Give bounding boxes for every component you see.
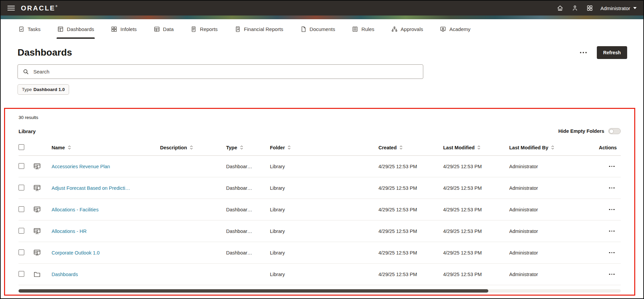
- table-row: DashboardsLibrary4/29/25 12:53 PM4/29/25…: [19, 264, 621, 285]
- column-header-name[interactable]: Name: [52, 145, 160, 150]
- home-icon[interactable]: [556, 4, 564, 12]
- row-actions-cell: [599, 185, 621, 191]
- app-window: { "topbar": { "brand": "ORACLE", "regist…: [0, 0, 644, 299]
- row-created: 4/29/25 12:53 PM: [378, 164, 443, 169]
- column-label: Name: [52, 145, 65, 150]
- row-actions-button[interactable]: [608, 206, 616, 213]
- filter-chip[interactable]: Type Dashboard 1.0: [18, 84, 69, 95]
- select-all-checkbox[interactable]: [19, 144, 24, 150]
- more-actions-button[interactable]: [579, 49, 587, 56]
- row-actions-button[interactable]: [608, 271, 616, 278]
- row-last-modified: 4/29/25 12:53 PM: [443, 207, 509, 212]
- row-name-link[interactable]: Adjust Forecast Based on Predicti…: [52, 185, 130, 191]
- tab-academy[interactable]: Academy: [439, 19, 471, 39]
- tab-label: Infolets: [120, 26, 136, 32]
- row-folder: Library: [270, 250, 378, 256]
- row-name-link[interactable]: Dashboards: [52, 272, 78, 277]
- row-checkbox[interactable]: [19, 206, 24, 212]
- row-last-modified: 4/29/25 12:53 PM: [443, 250, 509, 256]
- row-name-link[interactable]: Accessories Revenue Plan: [52, 164, 110, 169]
- sort-icon: [399, 145, 403, 150]
- tab-approvals[interactable]: Approvals: [391, 19, 424, 39]
- tab-financial-reports[interactable]: Financial Reports: [234, 19, 284, 39]
- table-row: Allocations - FacilitiesDashboar…Library…: [19, 199, 621, 220]
- row-last-modified: 4/29/25 12:53 PM: [443, 272, 509, 277]
- row-actions-button[interactable]: [608, 163, 616, 170]
- menu-button[interactable]: [7, 6, 15, 10]
- tab-rules[interactable]: Rules: [351, 19, 375, 39]
- row-last-modified-by: Administrator: [509, 250, 599, 256]
- folder-icon: [33, 271, 52, 278]
- row-last-modified-by: Administrator: [509, 185, 599, 191]
- tab-documents[interactable]: Documents: [300, 19, 336, 39]
- horizontal-scrollbar[interactable]: [19, 289, 621, 293]
- column-header-last-modified-by[interactable]: Last Modified By: [509, 145, 599, 150]
- column-header-last-modified[interactable]: Last Modified: [443, 145, 509, 150]
- dashboard-icon: [33, 249, 52, 257]
- row-created: 4/29/25 12:53 PM: [378, 229, 443, 234]
- row-checkbox[interactable]: [19, 185, 24, 190]
- row-actions-button[interactable]: [608, 228, 616, 235]
- approvals-icon: [391, 26, 398, 32]
- dashboard-icon: [33, 206, 52, 213]
- row-name-link[interactable]: Allocations - Facilities: [52, 207, 98, 212]
- registered-mark: ®: [55, 5, 57, 8]
- row-actions-button[interactable]: [608, 249, 616, 256]
- search-input[interactable]: [33, 68, 418, 75]
- column-header-type[interactable]: Type: [226, 145, 270, 150]
- tab-dashboards[interactable]: Dashboards: [57, 19, 95, 39]
- refresh-button[interactable]: Refresh: [597, 46, 627, 59]
- row-last-modified: 4/29/25 12:53 PM: [443, 164, 509, 169]
- tab-reports[interactable]: Reports: [190, 19, 218, 39]
- column-header-created[interactable]: Created: [378, 145, 443, 150]
- row-checkbox[interactable]: [19, 271, 24, 277]
- topbar-actions: Administrator: [556, 4, 637, 12]
- column-header-description[interactable]: Description: [160, 145, 226, 150]
- row-actions-cell: [599, 249, 621, 256]
- dashboard-icon: [33, 163, 52, 170]
- column-label: Folder: [270, 145, 285, 150]
- column-header-actions: Actions: [599, 145, 621, 150]
- row-last-modified-by: Administrator: [509, 229, 599, 234]
- row-last-modified: 4/29/25 12:53 PM: [443, 229, 509, 234]
- row-actions-cell: [599, 206, 621, 213]
- tab-label: Reports: [200, 26, 218, 32]
- row-name-link[interactable]: Allocations - HR: [52, 229, 87, 234]
- row-last-modified-by: Administrator: [509, 207, 599, 212]
- search-bar: [18, 64, 423, 79]
- select-all-cell: [19, 144, 33, 151]
- scrollbar-thumb[interactable]: [19, 289, 488, 293]
- tab-tasks[interactable]: Tasks: [18, 19, 41, 39]
- table-row: Corporate Outlook 1.0Dashboar…Library4/2…: [19, 242, 621, 264]
- table-row: Accessories Revenue PlanDashboar…Library…: [19, 156, 621, 177]
- page-title: Dashboards: [18, 47, 72, 58]
- row-type: Dashboar…: [226, 164, 270, 169]
- tab-data[interactable]: Data: [153, 19, 175, 39]
- column-header-folder[interactable]: Folder: [270, 145, 378, 150]
- main-tabs: TasksDashboardsInfoletsDataReportsFinanc…: [1, 19, 643, 39]
- row-checkbox[interactable]: [19, 228, 24, 234]
- row-actions-button[interactable]: [608, 185, 616, 191]
- row-checkbox[interactable]: [19, 163, 24, 169]
- row-name-link[interactable]: Corporate Outlook 1.0: [52, 250, 100, 256]
- row-type: Dashboar…: [226, 229, 270, 234]
- row-created: 4/29/25 12:53 PM: [378, 207, 443, 212]
- row-checkbox[interactable]: [19, 249, 24, 255]
- row-select-cell: [19, 249, 33, 256]
- results-count: 30 results: [19, 115, 621, 120]
- oracle-logo: ORACLE®: [21, 4, 57, 12]
- row-actions-cell: [599, 163, 621, 170]
- row-select-cell: [19, 271, 33, 278]
- table-row: Adjust Forecast Based on Predicti…Dashbo…: [19, 177, 621, 199]
- dashboards-icon: [57, 26, 64, 32]
- user-assistance-icon[interactable]: [571, 4, 579, 12]
- search-icon: [23, 68, 29, 75]
- hide-empty-folders-toggle[interactable]: [608, 128, 621, 134]
- library-controls: Hide Empty Folders: [558, 128, 621, 134]
- user-menu[interactable]: Administrator: [601, 5, 637, 11]
- app-navigator-icon[interactable]: [586, 4, 594, 12]
- hide-empty-folders-label: Hide Empty Folders: [558, 128, 604, 134]
- row-last-modified: 4/29/25 12:53 PM: [443, 185, 509, 191]
- tab-infolets[interactable]: Infolets: [110, 19, 137, 39]
- infolets-icon: [111, 26, 117, 32]
